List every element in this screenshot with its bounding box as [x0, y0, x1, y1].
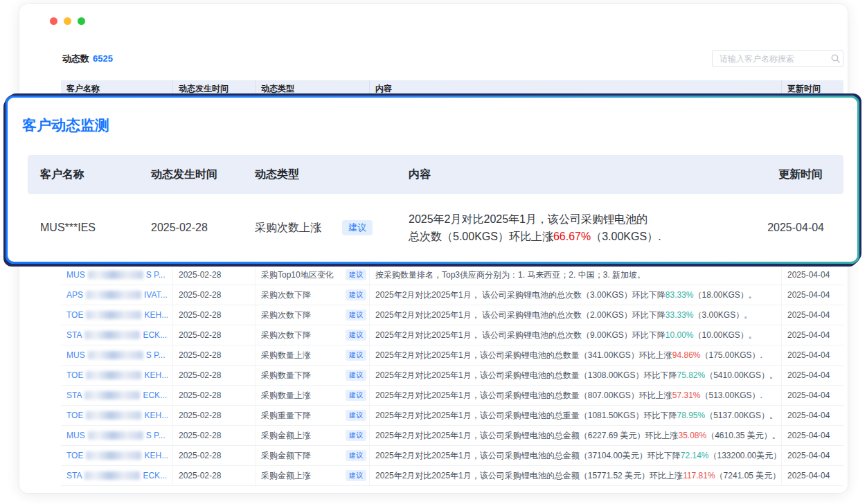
table-row: TOEKEH... 2025-02-28 采购次数下降 建议 2025年2月对比…: [61, 305, 843, 325]
event-date: 2025-02-28: [173, 366, 256, 385]
event-type: 采购金额上涨: [261, 470, 311, 482]
event-type-cell: 采购数量上涨 建议: [256, 345, 370, 365]
update-date: 2025-04-04: [782, 446, 843, 465]
close-window-button[interactable]: [50, 17, 57, 25]
event-type: 采购数量上涨: [261, 390, 311, 402]
event-type: 采购数量下降: [261, 370, 311, 381]
suggestion-badge: 建议: [346, 330, 366, 341]
overlay-header-event-time: 动态发生时间: [138, 168, 242, 182]
update-date: 2025-04-04: [782, 345, 843, 365]
event-content: 按采购数量排名，Top3供应商分别为：1. 马来西亚；2. 中国；3. 新加坡。: [370, 265, 782, 285]
customer-name-link[interactable]: APSIVAT...: [61, 285, 173, 305]
suggestion-badge: 建议: [346, 470, 366, 481]
customer-name-link[interactable]: MUSS P...: [61, 345, 173, 365]
suggestion-badge: 建议: [346, 350, 366, 361]
customer-name-link[interactable]: TOEKEH...: [61, 366, 173, 385]
event-type-cell: 采购金额下降 建议: [256, 446, 370, 465]
table-row: APSIVAT... 2025-02-28 采购次数下降 建议 2025年2月对…: [61, 285, 843, 305]
event-type: 采购次数下降: [261, 330, 311, 341]
customer-name-link[interactable]: MUSS P...: [61, 265, 173, 285]
blurred-name-mask: [86, 291, 141, 299]
search-box[interactable]: [712, 50, 843, 67]
customer-name-link[interactable]: TOEKEH...: [61, 406, 173, 425]
search-input[interactable]: [713, 54, 831, 64]
event-content: 2025年2月对比2025年1月，该公司采购锂电池的总数量（807.00KGS）…: [370, 386, 782, 405]
search-icon[interactable]: [831, 54, 840, 63]
minimize-window-button[interactable]: [64, 17, 71, 25]
content-text: 2025年2月对比2025年1月，该公司采购锂电池的总数量（341.00KGS）…: [375, 350, 672, 361]
content-percentage: 10.00%: [665, 330, 694, 340]
content-percentage: 117.81%: [683, 471, 715, 480]
event-type: 采购次数下降: [261, 289, 311, 301]
customer-name-link[interactable]: STAECK...: [61, 386, 173, 405]
table-row: MUSS P... 2025-02-28 采购数量上涨 建议 2025年2月对比…: [61, 345, 843, 366]
update-date: 2025-04-04: [782, 426, 843, 445]
content-text-post: （5410.00KGS）。: [705, 370, 778, 381]
content-text: 2025年2月对比2025年1月，该公司采购锂电池的总数量（807.00KGS）…: [375, 390, 672, 402]
content-text-post: （4610.35 美元）。: [706, 430, 780, 442]
customer-name-link[interactable]: TOEKEH...: [61, 446, 173, 465]
event-type: 采购数量上涨: [261, 350, 311, 361]
overlay-content: 2025年2月对比2025年1月，该公司采购锂电池的 总次数（5.00KGS）环…: [396, 210, 755, 245]
update-date: 2025-04-04: [782, 406, 843, 425]
suggestion-badge: 建议: [346, 430, 366, 441]
update-date: 2025-04-04: [782, 466, 843, 485]
header-content: 内容: [370, 80, 782, 97]
table-body: MUSS P... 2025-02-28 采购Top10地区变化 建议 按采购数…: [61, 265, 843, 486]
customer-name-prefix: MUS: [66, 431, 85, 440]
customer-name-link[interactable]: STAECK...: [61, 466, 173, 485]
customer-name-link[interactable]: STAECK...: [61, 325, 173, 345]
event-type-cell: 采购次数下降 建议: [256, 325, 370, 345]
content-text-post: （18.00KGS）。: [693, 289, 756, 301]
suggestion-badge: 建议: [346, 390, 366, 401]
table-row: STAECK... 2025-02-28 采购次数下降 建议 2025年2月对比…: [61, 325, 843, 345]
content-text: 2025年2月对比2025年1月， 该公司采购锂电池的总次数（9.00KGS）环…: [375, 330, 665, 341]
table-row: MUSS P... 2025-02-28 采购金额上涨 建议 2025年2月对比…: [61, 426, 843, 446]
blurred-name-mask: [88, 431, 143, 440]
content-text: 2025年2月对比2025年1月，该公司采购锂电池的总金额（15771.52 美…: [375, 470, 683, 482]
update-date: 2025-04-04: [782, 366, 843, 385]
blurred-name-mask: [84, 331, 140, 339]
content-percentage: 57.31%: [672, 390, 701, 400]
event-date: 2025-02-28: [173, 406, 256, 425]
blurred-name-mask: [86, 411, 141, 420]
table-header-row: 客户名称 动态发生时间 动态类型 内容 更新时间: [61, 80, 843, 97]
customer-name-prefix: MUS: [66, 350, 85, 360]
event-content: 2025年2月对比2025年1月，该公司采购锂电池的总金额（37104.00美元…: [370, 446, 782, 465]
overlay-header-event-type: 动态类型: [242, 168, 396, 182]
content-percentage: 75.82%: [677, 370, 705, 380]
customer-name-prefix: STA: [66, 330, 82, 340]
customer-name-link[interactable]: MUSS P...: [61, 426, 173, 445]
content-text-post: （3.00KGS）。: [693, 309, 752, 321]
overlay-event-type-cell: 采购次数上涨 建议: [242, 220, 396, 235]
event-content: 2025年2月对比2025年1月， 该公司采购锂电池的总次数（2.00KGS）环…: [370, 305, 782, 325]
customer-name-suffix: KEH...: [144, 310, 168, 320]
count-label: 动态数: [62, 53, 89, 64]
window-controls: [50, 17, 85, 25]
content-text-post: （5137.00KGS）。: [705, 410, 778, 422]
event-date: 2025-02-28: [173, 325, 256, 345]
content-text-post: （175.00KGS）.: [701, 350, 762, 361]
event-content: 2025年2月对比2025年1月，该公司采购锂电池的总金额（15771.52 美…: [370, 466, 782, 485]
blurred-name-mask: [86, 451, 141, 460]
event-date: 2025-02-28: [173, 446, 256, 465]
update-date: 2025-04-04: [782, 305, 843, 325]
maximize-window-button[interactable]: [78, 17, 85, 25]
blurred-name-mask: [84, 471, 140, 480]
suggestion-badge: 建议: [346, 309, 366, 321]
customer-name-suffix: ECK...: [143, 390, 167, 400]
overlay-event-date: 2025-02-28: [138, 222, 242, 234]
customer-name-link[interactable]: TOEKEH...: [61, 305, 173, 325]
suggestion-badge: 建议: [346, 289, 366, 300]
customer-name-suffix: IVAT...: [144, 290, 168, 300]
event-content: 2025年2月对比2025年1月， 该公司采购锂电池的总次数（3.00KGS）环…: [370, 285, 782, 305]
overlay-title: 客户动态监测: [22, 116, 109, 135]
customer-name-prefix: TOE: [66, 451, 83, 460]
content-percentage: 83.33%: [665, 290, 694, 300]
page: 动态数6525 客户名称 动态发生时间 动态类型 内容 更新时间 MUSS P.…: [0, 0, 867, 504]
event-type-cell: 采购重量下降 建议: [256, 406, 370, 425]
blurred-name-mask: [88, 351, 143, 359]
suggestion-badge: 建议: [346, 450, 366, 461]
customer-name-suffix: S P...: [146, 270, 166, 280]
event-type-cell: 采购金额上涨 建议: [256, 426, 370, 445]
